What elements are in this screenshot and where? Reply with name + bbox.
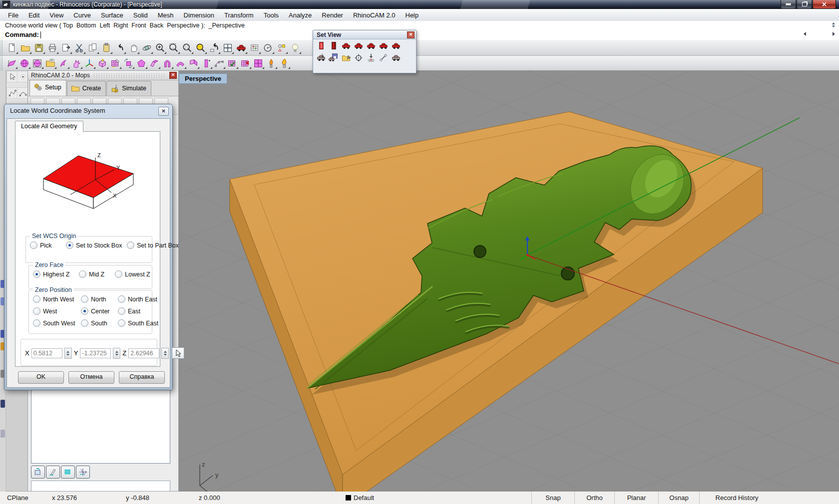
mops-sim-moves-button[interactable] (76, 466, 90, 479)
tool-ctrl-points-button[interactable] (213, 57, 226, 69)
z-field[interactable]: 2.62946 (128, 348, 159, 358)
tool-new-page-button[interactable] (5, 41, 18, 54)
tool-mesh-delete-button[interactable] (239, 57, 252, 69)
tool-mesh-quad-button[interactable] (252, 57, 265, 69)
tool-axis-triad-button[interactable] (83, 57, 96, 69)
select-cursor-button[interactable] (6, 71, 18, 82)
mops-tab-simulate[interactable]: Simulate (106, 81, 151, 96)
menu-analyze[interactable]: Analyze (284, 10, 317, 20)
layer-indicator[interactable]: Default (339, 492, 414, 504)
setview-car-iso-button[interactable] (390, 40, 402, 51)
tool-srf-strip-button[interactable] (200, 57, 213, 69)
setview-car-save-button[interactable] (328, 52, 340, 63)
x-spinner[interactable] (64, 348, 72, 359)
setview-car-right-button[interactable] (365, 40, 377, 51)
tool-srf-swirl-button[interactable] (57, 57, 70, 69)
toggle-ortho[interactable]: Ortho (574, 492, 614, 504)
menu-tools[interactable]: Tools (259, 10, 284, 20)
set-view-titlebar[interactable]: Set View ✕ (313, 30, 416, 39)
restore-button[interactable] (797, 0, 812, 9)
menu-help[interactable]: Help (401, 10, 424, 20)
tool-lightbulb-button[interactable] (289, 41, 302, 54)
cplane-button[interactable]: CPlane (0, 492, 45, 504)
tool-zoom-window-button[interactable] (167, 41, 180, 54)
tool-orbit-view-button[interactable] (140, 41, 153, 54)
point-tool-button[interactable] (17, 71, 28, 82)
tool-cut-scissors-button[interactable] (73, 41, 86, 54)
radio-east[interactable]: East (118, 307, 158, 315)
tool-undo-arrow-button[interactable] (113, 41, 126, 54)
tool-pan-hand-button[interactable] (127, 41, 140, 54)
tool-mesh-check-button[interactable] (226, 57, 239, 69)
toggle-snap[interactable]: Snap (531, 492, 574, 504)
minimize-button[interactable] (781, 0, 796, 9)
cancel-button[interactable]: Отмена (68, 371, 114, 384)
polyline-tool-button[interactable] (6, 87, 18, 99)
tool-obj-folder-button[interactable]: OBJ (44, 57, 57, 69)
mops-tab-setup[interactable]: Setup (29, 80, 66, 96)
tool-analyze-grid-button[interactable] (248, 41, 261, 54)
tool-open-folder-button[interactable] (19, 41, 32, 54)
setview-linkage-arm-button[interactable] (378, 52, 390, 63)
menu-curve[interactable]: Curve (68, 10, 96, 20)
radio-north-west[interactable]: North West (33, 295, 81, 303)
dialog-close-icon[interactable]: ✕ (158, 107, 169, 116)
tool-gumball-options-button[interactable] (275, 41, 288, 54)
scroll-left-icon[interactable] (804, 32, 806, 36)
mops-close-icon[interactable]: ✕ (169, 72, 177, 79)
set-view-close-icon[interactable]: ✕ (407, 31, 415, 38)
tool-circle-center-button[interactable] (262, 41, 275, 54)
setview-car-select-button[interactable] (315, 52, 327, 63)
radio-mid-z[interactable]: Mid Z (79, 270, 115, 278)
tool-srf-sphere-button[interactable] (18, 57, 31, 69)
toggle-planar[interactable]: Planar (614, 492, 658, 504)
radio-set-to-stock-box[interactable]: Set to Stock Box (66, 242, 127, 249)
tool-paste-clipboard-button[interactable] (100, 41, 113, 54)
tool-render-car-button[interactable] (235, 41, 248, 54)
pick-point-button[interactable] (172, 347, 184, 359)
mops-sim-stock-button[interactable] (31, 466, 45, 479)
setview-view-slab-side-button[interactable] (328, 40, 340, 51)
radio-west[interactable]: West (33, 307, 81, 315)
arc-tool-button[interactable] (17, 87, 28, 99)
docked-toolbar-sliver[interactable] (0, 400, 5, 408)
radio-lowest-z[interactable]: Lowest Z (115, 270, 150, 278)
close-button[interactable]: ✕ (813, 0, 836, 9)
setview-car-plain-button[interactable] (390, 52, 402, 63)
tool-view-undo-button[interactable] (208, 41, 221, 54)
tool-zoom-in-button[interactable] (154, 41, 167, 54)
mops-tab-create[interactable]: Create (67, 81, 106, 96)
mops-sim-tool-button[interactable] (46, 466, 60, 479)
menu-transform[interactable]: Transform (219, 10, 259, 20)
radio-south[interactable]: South (81, 319, 118, 327)
tool-srf-box-sphere-button[interactable] (31, 57, 44, 69)
docked-toolbar-sliver[interactable] (0, 430, 5, 438)
toggle-osnap[interactable]: Osnap (658, 492, 699, 504)
mops-panel-titlebar[interactable]: RhinoCAM 2.0 - Mops ✕ (28, 71, 178, 80)
tool-srf-vertex-box-button[interactable] (96, 57, 109, 69)
radio-center[interactable]: Center (81, 307, 118, 315)
z-spinner[interactable] (161, 348, 169, 359)
tool-srf-rotate-button[interactable] (122, 57, 135, 69)
tool-viewport-layout-button[interactable] (221, 41, 234, 54)
menu-edit[interactable]: Edit (23, 10, 44, 20)
tab-locate-all-geometry[interactable]: Locate All Geometry (15, 121, 83, 132)
tool-srf-corner-button[interactable] (187, 57, 200, 69)
menu-render[interactable]: Render (317, 10, 348, 20)
menu-rhinocam-2-0[interactable]: RhinoCAM 2.0 (348, 10, 401, 20)
menu-solid[interactable]: Solid (128, 10, 153, 20)
menu-view[interactable]: View (44, 10, 68, 20)
tool-export-page-button[interactable] (59, 41, 72, 54)
radio-set-to-part-box[interactable]: Set to Part Box (127, 242, 179, 249)
setview-folder-wrench-button[interactable] (340, 52, 352, 63)
setview-view-slab-front-button[interactable] (315, 40, 327, 51)
menu-dimension[interactable]: Dimension (179, 10, 219, 20)
tool-torch-b-button[interactable] (278, 57, 291, 69)
y-spinner[interactable] (113, 348, 120, 359)
setview-car-top-button[interactable] (340, 40, 352, 51)
tool-print-button[interactable] (46, 41, 59, 54)
tool-zoom-extents-button[interactable] (181, 41, 194, 54)
viewport[interactable]: zyx Perspective (178, 70, 839, 492)
tool-srf-flag-button[interactable] (5, 57, 18, 69)
tool-srf-hand-button[interactable] (70, 57, 83, 69)
